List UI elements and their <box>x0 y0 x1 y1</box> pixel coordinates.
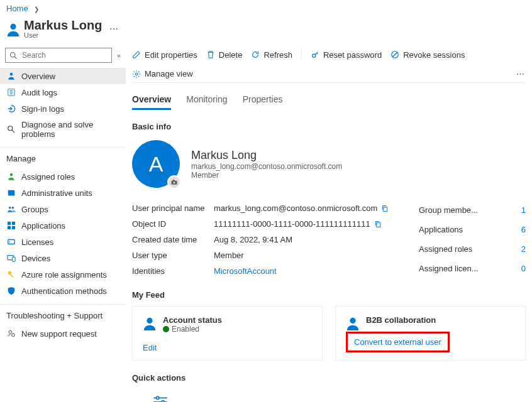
search-icon <box>9 52 17 59</box>
svg-rect-34 <box>376 222 380 227</box>
tab-overview[interactable]: Overview <box>132 90 171 110</box>
reset-password-button[interactable]: Reset password <box>311 50 382 60</box>
usertype-label: User type <box>132 251 214 260</box>
svg-rect-21 <box>13 257 15 261</box>
sidebar-item-label: Groups <box>21 205 48 214</box>
apps-icon <box>6 220 16 231</box>
tab-monitoring[interactable]: Monitoring <box>186 90 227 110</box>
refresh-button[interactable]: Refresh <box>251 50 292 60</box>
svg-point-29 <box>135 73 138 75</box>
svg-point-13 <box>12 207 14 209</box>
stat-roles-value[interactable]: 2 <box>521 244 526 254</box>
stat-apps-label: Applications <box>419 225 463 234</box>
sidebar-item-audit-logs[interactable]: Audit logs <box>0 84 126 100</box>
edit-properties-button[interactable]: Edit properties <box>132 50 197 60</box>
sidebar-item-label: Authentication methods <box>21 286 107 296</box>
identities-link[interactable]: MicrosoftAccount <box>214 266 277 276</box>
search-box[interactable] <box>5 48 112 63</box>
collapse-sidebar-button[interactable]: « <box>117 52 121 59</box>
search-input[interactable] <box>21 50 108 60</box>
upn-value: markus_long.com@contoso.onmicrosoft.com <box>214 204 377 213</box>
delete-button[interactable]: Delete <box>206 50 243 60</box>
status-enabled-icon <box>163 326 169 332</box>
svg-point-12 <box>9 207 11 209</box>
header-more-button[interactable]: ⋯ <box>109 24 119 34</box>
svg-point-10 <box>10 173 13 177</box>
stat-licenses-label: Assigned licen... <box>419 264 479 273</box>
basic-info-table: User principal name markus_long.com@cont… <box>132 200 419 279</box>
page-header: Markus Long User ⋯ <box>0 17 532 45</box>
groups-icon <box>6 204 16 214</box>
stat-groups-value[interactable]: 1 <box>521 205 526 215</box>
avatar-initial: A <box>149 152 163 177</box>
created-label: Created date time <box>132 235 214 244</box>
profile-name: Markus Long <box>191 149 342 162</box>
sidebar-item-overview[interactable]: Overview <box>0 68 126 84</box>
tab-properties[interactable]: Properties <box>243 90 283 110</box>
svg-line-2 <box>14 57 16 58</box>
roles-icon <box>6 171 16 182</box>
svg-point-0 <box>10 23 16 29</box>
breadcrumb: Home ❯ <box>0 0 532 17</box>
sidebar-item-assigned-roles[interactable]: Assigned roles <box>0 168 126 185</box>
svg-line-9 <box>12 130 14 133</box>
sidebar-item-label: Devices <box>21 254 50 263</box>
breadcrumb-home[interactable]: Home <box>6 4 28 13</box>
page-title: Markus Long <box>24 18 102 33</box>
svg-point-22 <box>8 271 11 274</box>
tabs: Overview Monitoring Properties <box>132 90 526 111</box>
sidebar-item-groups[interactable]: Groups <box>0 201 126 217</box>
svg-rect-23 <box>10 274 14 278</box>
sidebar-item-label: Azure role assignments <box>21 270 107 280</box>
convert-external-user-link[interactable]: Convert to external user <box>346 332 450 352</box>
sidebar-item-admin-units[interactable]: Administrative units <box>0 185 126 201</box>
sidebar-item-auth-methods[interactable]: Authentication methods <box>0 283 126 299</box>
objectid-label: Object ID <box>132 219 214 229</box>
sidebar-item-licenses[interactable]: Licenses <box>0 234 126 250</box>
revoke-sessions-button[interactable]: Revoke sessions <box>391 50 465 60</box>
copy-icon[interactable] <box>374 220 382 228</box>
sidebar-item-label: Assigned roles <box>21 172 75 182</box>
person-icon <box>6 71 16 81</box>
gear-icon <box>132 70 141 79</box>
sidebar-item-support-request[interactable]: New support request <box>0 325 126 342</box>
identities-label: Identities <box>132 266 214 276</box>
card-title: Account status <box>163 315 222 325</box>
copy-icon[interactable] <box>381 205 389 212</box>
revoke-icon <box>391 50 399 59</box>
svg-line-28 <box>393 53 397 57</box>
svg-point-35 <box>147 318 152 323</box>
sidebar-item-label: Administrative units <box>21 188 92 198</box>
stat-licenses-value[interactable]: 0 <box>521 264 526 273</box>
manage-view-button[interactable]: Manage view <box>132 69 193 79</box>
sidebar-item-azure-roles[interactable]: Azure role assignments <box>0 266 126 283</box>
devices-icon <box>6 253 16 263</box>
sidebar-item-applications[interactable]: Applications <box>0 217 126 234</box>
sidebar-item-diagnose[interactable]: Diagnose and solve problems <box>0 117 126 142</box>
profile-upn: markus_long.com@contoso.onmicrosoft.com <box>191 162 342 171</box>
sidebar-section-support: Troubleshooting + Support <box>0 304 126 323</box>
account-status-card: Account status Enabled Edit <box>132 306 323 361</box>
card-title: B2B collaboration <box>366 315 436 325</box>
signin-icon <box>6 104 16 114</box>
stat-apps-value[interactable]: 6 <box>521 225 526 234</box>
sidebar-item-signin-logs[interactable]: Sign-in logs <box>0 100 126 117</box>
svg-point-31 <box>174 182 175 183</box>
camera-icon[interactable] <box>167 175 181 189</box>
toolbar-separator <box>301 49 302 60</box>
admin-units-icon <box>6 188 16 198</box>
toolbar-more-button[interactable]: ⋯ <box>516 69 526 79</box>
pencil-icon <box>132 50 141 59</box>
edit-account-link[interactable]: Edit <box>143 343 157 352</box>
svg-point-25 <box>12 334 15 337</box>
svg-point-38 <box>157 396 159 399</box>
stat-roles-label: Assigned roles <box>419 244 472 254</box>
profile-block: A Markus Long markus_long.com@contoso.on… <box>132 140 526 188</box>
key-icon <box>6 269 16 280</box>
svg-point-24 <box>9 330 12 334</box>
quick-edit-properties[interactable]: Edit properties <box>132 395 189 402</box>
svg-point-36 <box>350 318 355 323</box>
user-icon <box>346 315 360 332</box>
licenses-icon <box>6 237 16 247</box>
sidebar-item-devices[interactable]: Devices <box>0 250 126 266</box>
